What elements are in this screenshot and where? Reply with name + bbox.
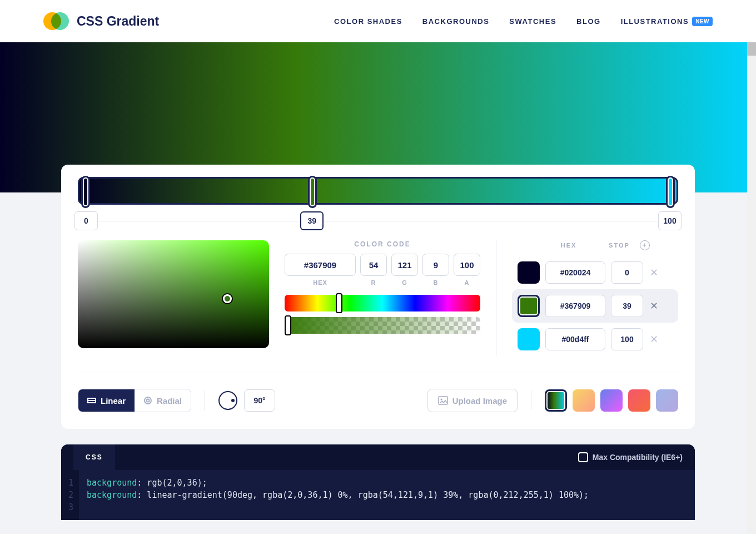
saturation-picker[interactable] — [78, 240, 269, 348]
linear-icon — [87, 396, 96, 405]
presets — [545, 389, 678, 412]
preset-0[interactable] — [545, 389, 567, 412]
nav-illustrations[interactable]: ILLUSTRATIONSNEW — [621, 17, 713, 26]
g-input[interactable] — [391, 254, 418, 276]
max-compat-toggle[interactable]: Max Compatibility (IE6+) — [578, 452, 683, 462]
header: CSS Gradient COLOR SHADES BACKGROUNDS SW… — [0, 0, 756, 42]
stop-val-2[interactable] — [611, 328, 643, 350]
logo[interactable]: CSS Gradient — [43, 12, 159, 30]
stop-position-row — [78, 211, 678, 230]
svg-point-2 — [145, 397, 151, 404]
nav-color-shades[interactable]: COLOR SHADES — [334, 17, 402, 26]
alpha-slider[interactable] — [285, 317, 480, 334]
linear-button[interactable]: Linear — [78, 389, 135, 412]
preset-1[interactable] — [573, 389, 595, 412]
editor-panel: COLOR CODE HEX R G B A HEX — [61, 165, 695, 429]
add-stop-button[interactable]: + — [640, 240, 650, 250]
nav-blog[interactable]: BLOG — [576, 17, 601, 26]
slider-handle-0[interactable] — [81, 176, 90, 208]
stops-header-hex: HEX — [539, 242, 599, 249]
image-icon — [438, 395, 448, 406]
stop-row-1[interactable]: ✕ — [512, 289, 678, 323]
stop-row-0[interactable]: ✕ — [512, 256, 678, 289]
scrollbar[interactable] — [747, 0, 756, 520]
checkbox-icon — [578, 452, 588, 462]
delete-stop-2[interactable]: ✕ — [649, 333, 659, 345]
line-numbers: 123 — [61, 470, 79, 520]
code-panel: CSS Max Compatibility (IE6+) 123 backgro… — [61, 444, 695, 520]
svg-point-3 — [147, 399, 150, 402]
nav-backgrounds[interactable]: BACKGROUNDS — [422, 17, 490, 26]
radial-button[interactable]: Radial — [135, 389, 191, 412]
stops-header-stop: STOP — [603, 242, 635, 249]
delete-stop-0[interactable]: ✕ — [649, 266, 659, 279]
stop-val-0[interactable] — [611, 261, 643, 284]
hue-slider[interactable] — [285, 295, 480, 312]
nav: COLOR SHADES BACKGROUNDS SWATCHES BLOG I… — [334, 17, 713, 26]
preset-2[interactable] — [600, 389, 623, 412]
logo-icon — [43, 12, 69, 30]
preset-3[interactable] — [628, 389, 650, 412]
css-output[interactable]: background: rgb(2,0,36); background: lin… — [79, 470, 596, 520]
angle-input[interactable] — [244, 389, 275, 412]
gradient-type-toggle: Linear Radial — [78, 389, 191, 412]
swatch-1[interactable] — [518, 295, 540, 317]
stop-row-2[interactable]: ✕ — [512, 323, 678, 356]
stop-hex-0[interactable] — [545, 261, 605, 284]
new-badge: NEW — [692, 17, 713, 26]
color-code-label: COLOR CODE — [285, 240, 480, 248]
b-input[interactable] — [422, 254, 449, 276]
svg-point-5 — [440, 399, 442, 400]
angle-dial[interactable] — [218, 391, 237, 410]
stop-val-1[interactable] — [611, 295, 643, 317]
r-input[interactable] — [360, 254, 387, 276]
gradient-slider[interactable] — [78, 177, 678, 205]
radial-icon — [143, 396, 152, 405]
nav-swatches[interactable]: SWATCHES — [509, 17, 556, 26]
stop-pos-2[interactable] — [658, 211, 682, 230]
stop-pos-0[interactable] — [74, 211, 98, 230]
css-tab[interactable]: CSS — [73, 444, 115, 470]
a-input[interactable] — [454, 254, 480, 276]
preset-4[interactable] — [656, 389, 678, 412]
alpha-handle[interactable] — [285, 315, 291, 335]
upload-image-button[interactable]: Upload Image — [427, 389, 518, 412]
hex-input[interactable] — [285, 254, 356, 276]
stop-hex-1[interactable] — [545, 295, 605, 317]
slider-handle-2[interactable] — [666, 176, 675, 208]
stop-hex-2[interactable] — [545, 328, 605, 350]
delete-stop-1[interactable]: ✕ — [649, 300, 659, 312]
swatch-2[interactable] — [518, 328, 540, 350]
stop-pos-1[interactable] — [300, 211, 324, 230]
sub-labels: HEX R G B A — [285, 279, 480, 286]
hue-handle[interactable] — [336, 293, 342, 313]
logo-text: CSS Gradient — [77, 14, 159, 29]
saturation-cursor[interactable] — [223, 294, 232, 303]
swatch-0[interactable] — [518, 261, 540, 284]
slider-handle-1[interactable] — [308, 176, 317, 208]
